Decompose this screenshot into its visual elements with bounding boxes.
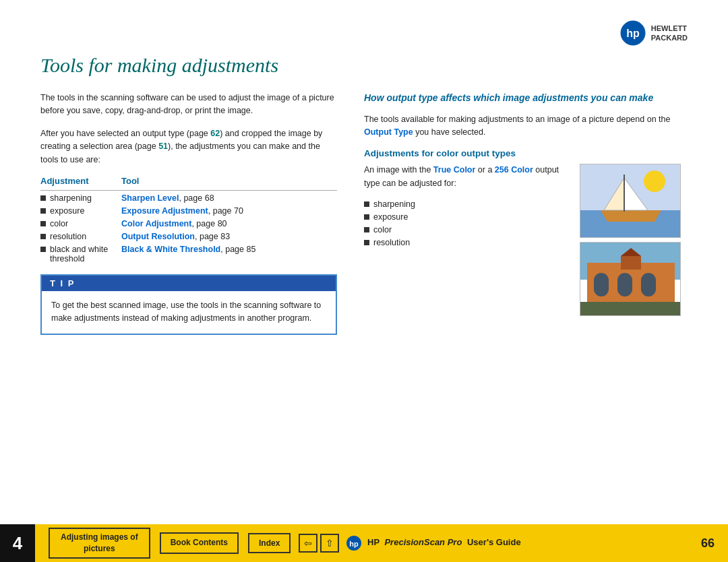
adj-label-bw: black and white threshold	[50, 245, 121, 263]
sample-image-photo	[580, 242, 681, 316]
true-color-link[interactable]: True Color	[433, 165, 476, 175]
footer-brand: hp HP PrecisionScan Pro User's Guide	[346, 535, 520, 551]
svg-text:hp: hp	[626, 28, 640, 39]
page-wrapper: hp HEWLETT PACKARD Tools for making adju…	[0, 0, 728, 562]
adj-label-sharpening: sharpening	[50, 193, 121, 203]
link-page-51[interactable]: 51	[158, 142, 168, 151]
color-body: An image with the True Color or a 256 Co…	[364, 164, 572, 190]
right-body-1: The tools available for making adjustmen…	[364, 113, 688, 139]
right-image-row: An image with the True Color or a 256 Co…	[364, 164, 688, 316]
tool-link-resolution[interactable]: Output Resolution	[121, 232, 195, 241]
prev-arrow-button[interactable]: ⇦	[299, 534, 317, 553]
adj-label-color: color	[50, 219, 121, 228]
intro-para-1: The tools in the scanning software can b…	[40, 92, 337, 118]
index-button[interactable]: Index	[248, 533, 291, 553]
columns-layout: The tools in the scanning software can b…	[40, 92, 688, 335]
drawing-svg	[580, 164, 681, 238]
brand-line2: PACKARD	[651, 33, 688, 42]
table-row: resolution Output Resolution, page 83	[40, 232, 337, 241]
footer-bar: 4 Adjusting images of pictures Book Cont…	[0, 524, 728, 562]
table-row: sharpening Sharpen Level, page 68	[40, 193, 337, 203]
sample-image-drawing	[580, 164, 681, 238]
brand-line1: HEWLETT	[651, 24, 688, 33]
col-header-adjustment: Adjustment	[40, 176, 121, 190]
left-column: The tools in the scanning software can b…	[40, 92, 337, 335]
bullet-icon	[364, 214, 369, 220]
photo-svg	[580, 243, 681, 316]
list-item: resolution	[364, 238, 572, 247]
link-page-62[interactable]: 62	[210, 129, 220, 138]
footer-navigation-arrows: ⇦ ⇧	[299, 534, 339, 553]
adjustment-table: Adjustment Tool sharpening Sharpen Level…	[40, 176, 337, 263]
tip-body: To get the best scanned image, use the t…	[42, 291, 336, 334]
tool-sharpening: Sharpen Level, page 68	[121, 193, 337, 203]
table-row: color Color Adjustment, page 80	[40, 219, 337, 228]
bullet-icon	[364, 240, 369, 245]
right-column: How output type affects which image adju…	[364, 92, 688, 335]
right-text-block: An image with the True Color or a 256 Co…	[364, 164, 572, 251]
color-section-title: Adjustments for color output types	[364, 148, 688, 158]
svg-text:hp: hp	[350, 540, 359, 548]
intro-para-2: After you have selected an output type (…	[40, 127, 337, 166]
table-header-row: Adjustment Tool	[40, 176, 337, 191]
tool-bw: Black & White Threshold, page 85	[121, 245, 337, 254]
hp-brand-text: HEWLETT PACKARD	[651, 24, 688, 43]
tool-exposure: Exposure Adjustment, page 70	[121, 206, 337, 216]
page-title: Tools for making adjustments	[40, 54, 688, 77]
main-content: Tools for making adjustments The tools i…	[40, 54, 688, 488]
footer-right-page-number: 66	[701, 536, 715, 551]
256-color-link[interactable]: 256 Color	[495, 165, 533, 175]
svg-rect-16	[580, 302, 681, 316]
footer-brand-suffix: User's Guide	[467, 537, 521, 547]
bullet-icon	[364, 227, 369, 232]
next-arrow-button[interactable]: ⇧	[320, 534, 339, 553]
tip-box: T I P To get the best scanned image, use…	[40, 274, 337, 335]
list-item: color	[364, 225, 572, 235]
adj-label-exposure: exposure	[50, 206, 121, 216]
book-contents-button[interactable]: Book Contents	[160, 532, 239, 554]
tool-link-color[interactable]: Color Adjustment	[121, 219, 191, 228]
bullet-icon	[40, 221, 46, 226]
hp-logo-icon: hp	[620, 20, 646, 46]
svg-rect-11	[594, 273, 609, 296]
right-section-title: How output type affects which image adju…	[364, 92, 688, 105]
footer-brand-hp: HP	[367, 537, 380, 547]
output-type-link[interactable]: Output Type	[364, 127, 413, 137]
footer-page-number: 4	[0, 524, 35, 562]
tip-header: T I P	[42, 276, 336, 291]
svg-marker-5	[601, 210, 661, 222]
tool-color: Color Adjustment, page 80	[121, 219, 337, 228]
svg-rect-12	[617, 273, 632, 296]
svg-point-3	[644, 170, 665, 192]
tool-link-sharpen[interactable]: Sharpen Level	[121, 193, 179, 203]
footer-hp-logo-icon: hp	[346, 535, 362, 551]
tool-link-bw[interactable]: Black & White Threshold	[121, 245, 220, 254]
bullet-icon	[40, 208, 46, 214]
adjusting-images-button[interactable]: Adjusting images of pictures	[49, 528, 150, 559]
bullet-icon	[40, 247, 46, 252]
sample-images	[580, 164, 688, 316]
tool-resolution: Output Resolution, page 83	[121, 232, 337, 241]
table-row: exposure Exposure Adjustment, page 70	[40, 206, 337, 216]
list-item: sharpening	[364, 199, 572, 209]
color-items-list: sharpening exposure color	[364, 199, 572, 247]
tool-link-exposure[interactable]: Exposure Adjustment	[121, 206, 208, 216]
svg-rect-14	[621, 256, 641, 270]
btn1-line1: Adjusting images of	[61, 532, 138, 542]
btn1-line2: pictures	[84, 544, 115, 553]
adj-label-resolution: resolution	[50, 232, 121, 241]
table-row: black and white threshold Black & White …	[40, 245, 337, 263]
list-item: exposure	[364, 212, 572, 222]
header: hp HEWLETT PACKARD	[620, 20, 688, 46]
bullet-icon	[40, 234, 46, 239]
bullet-icon	[40, 195, 46, 201]
bullet-icon	[364, 201, 369, 207]
footer-brand-product: PrecisionScan Pro	[384, 537, 462, 547]
svg-rect-13	[641, 273, 656, 296]
col-header-tool: Tool	[121, 176, 337, 190]
